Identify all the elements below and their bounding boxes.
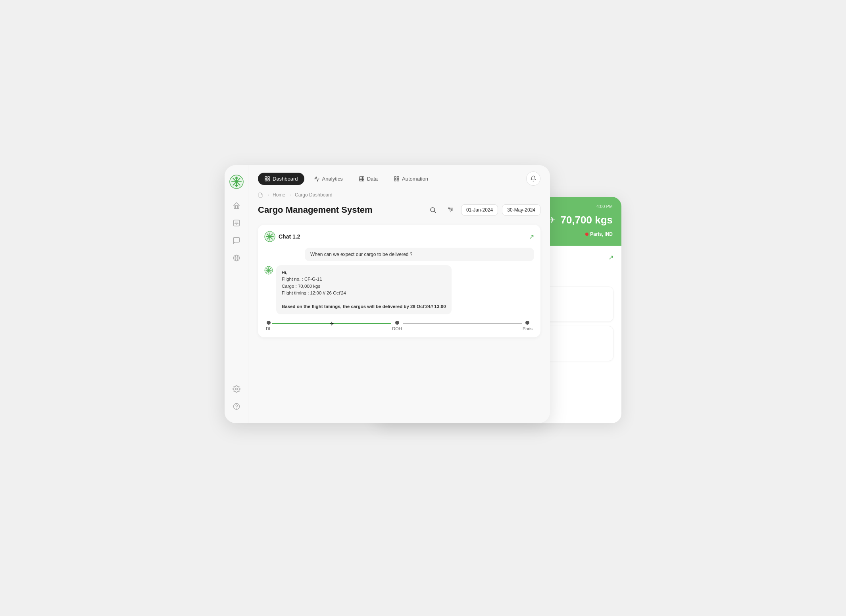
svg-rect-22 [268,179,269,181]
time-end: 4:00 PM [596,204,613,209]
route-dot-dl [267,321,271,325]
date-from[interactable]: 01-Jan-2024 [461,204,498,216]
scene: 12:00 PM 4:00 PM 1398375 ✈ 70,700 kgs De… [225,165,621,451]
svg-rect-28 [394,176,396,178]
route-label-paris: Paris [523,326,533,331]
main-area: Dashboard Analytics Da [248,165,550,423]
sidebar-icon-globe[interactable] [229,251,244,265]
page-header: Cargo Management System [258,203,540,217]
bot-message: Hi, Flight no. : CF-G-11 Cargo : 70,000 … [264,265,534,314]
route-line-1: ✈ [272,323,391,324]
svg-rect-30 [394,179,396,181]
nav-data[interactable]: Data [352,173,384,185]
svg-point-18 [236,408,236,408]
destination-label: Paris, IND [590,231,613,237]
date-to[interactable]: 30-May-2024 [502,204,540,216]
user-message: When can we expect our cargo to be deliv… [305,248,534,261]
file-icon [258,192,263,198]
sidebar-icon-chat[interactable] [229,233,244,248]
breadcrumb-arrow-1: → [265,192,270,198]
sidebar-icon-help[interactable] [229,399,244,414]
route-dot-doh [395,321,399,325]
breadcrumb-current: Cargo Dashboard [295,192,333,198]
chat-title: Chat 1.2 [279,233,300,240]
svg-rect-20 [268,176,269,178]
route-stop-doh: DOH [392,321,402,331]
nav-dashboard[interactable]: Dashboard [258,173,304,185]
svg-rect-29 [397,176,399,178]
sidebar-icon-settings[interactable] [229,382,244,396]
route-plane-icon: ✈ [330,320,334,326]
svg-point-38 [451,210,452,211]
svg-rect-21 [265,179,267,181]
search-button[interactable] [426,203,440,217]
sidebar-icon-home[interactable] [229,198,244,213]
route-dot-paris [525,321,529,325]
flight-route: DL ✈ DOH Paris [264,321,534,331]
svg-rect-9 [233,220,239,226]
breadcrumb: → Home → Cargo Dashboard [258,192,540,198]
cargo-weight: 70,700 kgs [560,214,613,226]
route-line-2 [403,323,522,324]
svg-line-33 [434,211,436,213]
chat-expand-icon[interactable]: ↗ [529,233,534,241]
app-logo [229,175,244,189]
nav-analytics[interactable]: Analytics [308,173,349,185]
svg-point-16 [235,388,237,390]
content: → Home → Cargo Dashboard Cargo Managemen… [248,192,550,423]
destination-dot [585,233,588,236]
sidebar [225,165,248,423]
header-actions: 01-Jan-2024 30-May-2024 [426,203,540,217]
page-title: Cargo Management System [258,205,426,215]
nav-automation[interactable]: Automation [387,173,435,185]
sidebar-icon-filter[interactable] [229,216,244,230]
svg-rect-31 [397,179,399,181]
route-label-dl: DL [266,326,271,331]
chat-header: Chat 1.2 ↗ [264,231,534,242]
top-nav: Dashboard Analytics Da [248,165,550,192]
bell-button[interactable] [526,171,540,186]
destination-tag: Paris, IND [585,231,613,237]
bot-text: Hi, Flight no. : CF-G-11 Cargo : 70,000 … [276,265,452,314]
route-stop-dl: DL [266,321,271,331]
breadcrumb-home[interactable]: Home [273,192,285,198]
svg-rect-23 [360,176,364,181]
svg-point-37 [448,208,450,209]
breadcrumb-arrow-2: → [288,192,292,198]
route-label-doh: DOH [392,326,402,331]
main-dashboard-card: Dashboard Analytics Da [225,165,550,423]
route-stop-paris: Paris [523,321,533,331]
chat-card: Chat 1.2 ↗ When can we expect our cargo … [258,225,540,337]
svg-rect-19 [265,176,267,178]
filter-button[interactable] [444,203,457,217]
svg-point-32 [431,208,435,212]
luggage-expand-icon[interactable]: ↗ [608,254,613,261]
